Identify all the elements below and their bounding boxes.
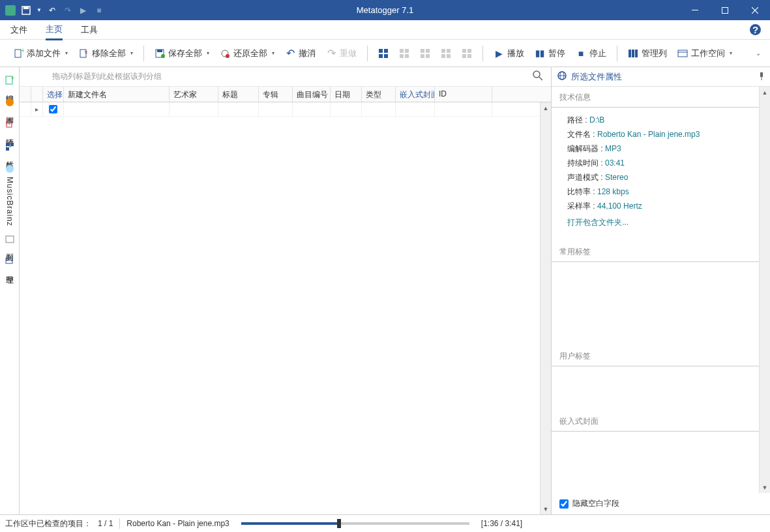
scroll-down-icon[interactable]: ▼ [540,503,551,514]
sidebar-item-organize[interactable]: 整理 [0,252,19,274]
undo-button[interactable]: ↶ 撤消 [281,45,319,62]
svg-point-49 [6,165,14,173]
svg-rect-45 [7,121,12,127]
add-file-button[interactable]: + 添加文件 ▾ [9,45,72,62]
manage-columns-button[interactable]: 管理列 [624,45,671,62]
col-title[interactable]: 标题 [218,87,259,102]
help-icon[interactable]: ? [750,24,761,35]
col-select[interactable]: 选择 [43,87,64,102]
qat-stop-icon[interactable]: ■ [94,5,104,16]
minimize-button[interactable] [680,0,710,20]
col-date[interactable]: 日期 [331,87,362,102]
svg-rect-51 [6,258,12,263]
svg-rect-28 [426,54,430,58]
properties-header: 所选文件属性 [552,67,770,87]
grid-view-1[interactable] [374,46,392,61]
restore-all-button[interactable]: 还原全部 ▾ [216,45,278,62]
pin-icon[interactable] [758,72,765,81]
maximize-button[interactable] [710,0,740,20]
qat-redo-icon: ↷ [63,5,73,16]
svg-rect-2 [23,7,29,9]
toolbar-expand-icon[interactable]: ⌄ [756,50,761,57]
row-select-checkbox[interactable] [49,105,57,113]
col-artist[interactable]: 艺术家 [170,87,218,102]
svg-point-44 [6,98,14,106]
col-id[interactable]: ID [435,87,492,102]
add-file-icon: + [13,48,23,59]
chevron-down-icon: ▾ [207,50,209,56]
chevron-down-icon: ▾ [130,50,133,56]
svg-rect-39 [635,50,638,57]
sidebar-item-cover[interactable]: 封面 [0,230,19,252]
svg-rect-48 [6,147,9,151]
search-icon[interactable] [533,70,543,83]
svg-text:+: + [22,48,23,54]
scroll-down-icon[interactable]: ▼ [760,482,770,493]
progress-slider[interactable] [241,522,469,525]
svg-rect-22 [405,49,409,53]
statusbar: 工作区中已检查的项目： 1 / 1 Roberto Kan - Plain je… [0,514,770,532]
stop-button[interactable]: ■ 停止 [572,45,610,62]
qat-dropdown-icon[interactable]: ▼ [37,7,42,13]
properties-panel: 所选文件属性 技术信息 路径 : D:\B 文件名 : Roberto Kan … [552,67,770,514]
svg-rect-32 [447,54,451,58]
qat-play-icon[interactable]: ▶ [78,5,89,16]
svg-rect-35 [462,54,466,58]
scroll-up-icon[interactable]: ▲ [540,102,551,113]
chevron-down-icon: ▾ [272,50,274,56]
col-track-no[interactable]: 曲目编号 [293,87,331,102]
qat-save-icon[interactable] [21,5,31,16]
slider-thumb[interactable] [337,519,341,528]
svg-text:+: + [11,75,14,81]
tab-file[interactable]: 文件 [10,21,27,39]
remove-all-icon [78,48,89,59]
left-sidebar: + 编辑 脚本 清除 标签 MusicBrainz 封面 整理 [0,67,20,514]
section-user-tags: 用户标签 [552,346,759,366]
tab-home[interactable]: 主页 [46,20,63,40]
hide-empty-checkbox[interactable] [559,499,569,509]
titlebar: ▼ ↶ ↷ ▶ ■ Metatogger 7.1 [0,0,770,20]
svg-rect-57 [760,72,763,77]
group-by-row[interactable]: 拖动列标题到此处根据该列分组 [20,67,551,87]
table-row[interactable]: ▸ [20,102,551,117]
sidebar-item-musicbrainz[interactable]: MusicBrainz [0,160,19,230]
grid-header: 选择 新建文件名 艺术家 标题 专辑 曲目编号 日期 类型 嵌入式封面 ID [20,87,551,102]
remove-all-button[interactable]: 移除全部 ▾ [74,45,137,62]
play-button[interactable]: ▶ 播放 [490,45,528,62]
pause-button[interactable]: ▮▮ 暂停 [531,45,569,62]
sidebar-item-clean[interactable]: 清除 [0,115,19,138]
redo-button: ↷ 重做 [322,45,361,62]
svg-rect-30 [447,49,451,53]
svg-rect-31 [441,54,445,58]
info-bitrate: 比特率 : 128 kbps [552,185,759,199]
pause-icon: ▮▮ [535,48,545,59]
svg-rect-19 [379,54,383,58]
open-folder-link[interactable]: 打开包含文件夹... [552,213,759,229]
save-all-button[interactable]: 保存全部 ▾ [151,45,213,62]
col-genre[interactable]: 类型 [362,87,396,102]
col-album[interactable]: 专辑 [259,87,293,102]
props-scrollbar[interactable]: ▲ ▼ [759,87,770,493]
sidebar-item-tags[interactable]: 标签 [0,138,19,160]
info-channel: 声道模式 : Stereo [552,170,759,185]
status-current-file: Roberto Kan - Plain jene.mp3 [126,519,229,528]
scroll-up-icon[interactable]: ▲ [760,87,770,98]
app-icon [5,5,16,16]
col-embedded-cover[interactable]: 嵌入式封面 [396,87,435,102]
grid-view-3 [416,46,434,61]
section-common-tags: 常用标签 [552,241,759,262]
workspace-button[interactable]: 工作空间 ▾ [674,45,736,62]
sidebar-item-edit[interactable]: + 编辑 [0,71,19,93]
grid-area: 拖动列标题到此处根据该列分组 选择 新建文件名 艺术家 标题 专辑 曲目编号 日… [20,67,552,514]
grid-scrollbar[interactable]: ▲ ▼ [540,102,551,514]
tab-tools[interactable]: 工具 [81,21,98,39]
svg-rect-17 [379,49,383,53]
col-new-filename[interactable]: 新建文件名 [64,87,170,102]
svg-rect-37 [629,50,631,57]
qat-undo-icon[interactable]: ↶ [47,5,57,16]
grid-view-5 [458,46,476,61]
sidebar-item-script[interactable]: 脚本 [0,93,19,115]
row-indicator-icon: ▸ [35,106,38,113]
close-button[interactable] [740,0,770,20]
chevron-down-icon: ▾ [730,50,732,56]
